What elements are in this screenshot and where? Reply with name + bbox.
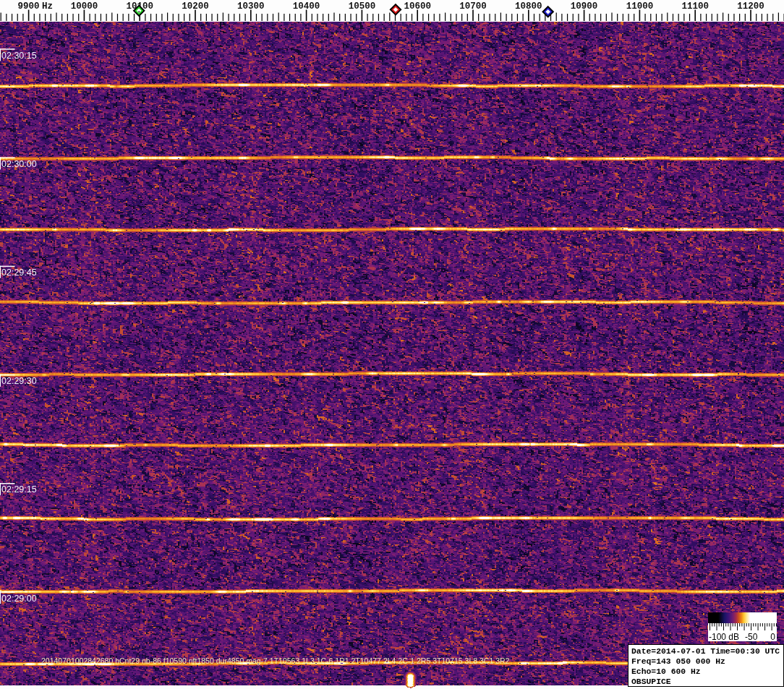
svg-text:10400: 10400 [293,1,320,12]
svg-text:02:30:15: 02:30:15 [1,51,37,61]
svg-text:10500: 10500 [349,1,376,12]
svg-text:02:29:30: 02:29:30 [1,376,37,386]
svg-text:11100: 11100 [681,1,709,12]
svg-text:02:29:00: 02:29:00 [1,594,37,604]
svg-text:10200: 10200 [182,1,209,12]
svg-text:10000: 10000 [71,1,98,12]
svg-text:02:29:45: 02:29:45 [1,268,37,278]
svg-text:02:29:15: 02:29:15 [1,484,37,495]
svg-text:10900: 10900 [571,1,598,12]
svg-text:9900: 9900 [18,1,40,12]
svg-text:10700: 10700 [459,1,487,12]
svg-text:02:30:00: 02:30:00 [1,159,37,169]
svg-text:Hz: Hz [42,1,53,12]
svg-text:11200: 11200 [737,1,764,12]
svg-text:11000: 11000 [626,1,654,12]
svg-text:10600: 10600 [404,1,431,12]
svg-text:10800: 10800 [515,1,542,12]
svg-text:10300: 10300 [237,1,265,12]
